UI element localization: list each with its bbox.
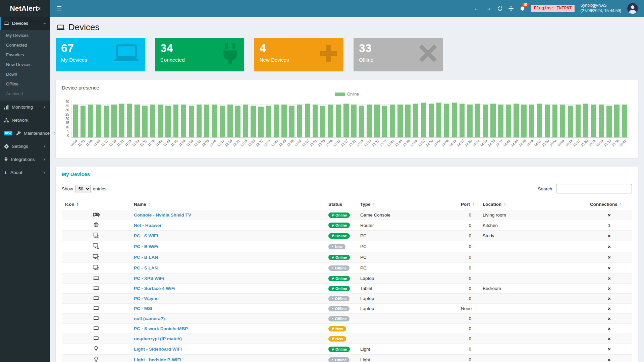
presence-bar: 13:05 [319,100,327,137]
sidebar-item-my-devices[interactable]: My Devices [0,31,50,40]
device-type: Laptop [357,304,458,314]
sidebar-item-about[interactable]: About [0,166,50,179]
x-tick-label: 12:32 [255,139,263,147]
sidebar-item-devices[interactable]: Devices [0,17,50,30]
plugins-status-chip[interactable]: Plugins: INTRNT [531,5,575,12]
connections-link[interactable]: 1 [608,223,611,228]
x-tick-label: 15:20 [580,139,588,147]
x-tick-label: 13:08 [325,139,333,147]
presence-bar: 13:08 [327,100,334,137]
device-name-link[interactable]: PC - S WiFi [134,233,158,238]
sidebar-item-network[interactable]: Network [0,114,50,127]
device-name-link[interactable]: PC - XPS WiFi [134,276,164,281]
sidebar-item-offline[interactable]: Offline [0,79,50,89]
column-header-type[interactable]: Type▲▼ [357,199,458,210]
column-header-name[interactable]: Name▲▼ [130,199,325,210]
avatar[interactable] [627,3,638,14]
column-header-status[interactable]: Status [325,199,357,210]
presence-bar: 13:21 [350,100,358,137]
chevron-left-icon [53,132,56,135]
laptop-icon [93,337,99,342]
back-icon[interactable]: ← [474,5,480,12]
x-tick-label: 14:53 [526,139,534,147]
sidebar-item-down[interactable]: Down [0,69,50,79]
notifications-count-badge: 15 [522,3,529,7]
x-tick-label: 11:08 [93,139,101,147]
device-name-link[interactable]: Light - Sideboard WiFi [134,347,182,352]
search-input[interactable] [556,184,632,193]
status-badge: Online [328,255,350,260]
table-row: PC - B LANOnlinePC0× [62,252,632,263]
presence-bar: 13:44 [396,100,404,137]
host-info: Synology-NAS (27/06/2024, 15:44:59) [581,3,621,13]
presence-bar: 11:12 [102,100,110,137]
infobox-new-devices[interactable]: 4 New Devices [254,38,343,71]
notifications-bell-icon[interactable]: 15 [520,6,525,11]
device-name-link[interactable]: PC - S LAN [134,265,158,270]
chart-legend[interactable]: Online [62,92,632,97]
presence-bar: 14:20 [466,100,474,137]
sidebar-item-maintenance[interactable]: NEW Maintenance [0,127,50,140]
sidebar-item-settings[interactable]: Settings [0,140,50,153]
device-name-link[interactable]: PC - S work Daniels-MBP [134,326,188,331]
device-name-link[interactable]: raspberrypi (IP match) [134,336,182,341]
x-tick-label: 12:45 [278,139,287,147]
sidebar-toggle-icon[interactable]: ☰ [52,5,66,12]
x-tick-label: 13:05 [317,139,325,147]
device-name-link[interactable]: PC - MSI [134,306,152,311]
x-tick-label: 12:16 [224,139,232,147]
move-icon[interactable] [508,6,514,11]
presence-bar: 15:00 [543,100,551,137]
x-tick-label: 13:28 [363,139,372,147]
table-row: Light - Sideboard WiFiOnlineLight0× [62,344,632,355]
infobox-connected[interactable]: 34 Connected [155,38,244,71]
x-tick-label: 13:57 [418,139,426,147]
x-tick-label: 11:21 [116,139,124,147]
device-location: Kitchen [479,220,587,231]
entries-label: entries [93,186,107,191]
sidebar-item-new-devices[interactable]: New Devices [0,60,50,69]
sidebar-item-integrations[interactable]: Integrations [0,153,50,166]
sidebar-item-favorites[interactable]: Favorites [0,50,50,60]
y-tick-label: 20 [62,117,69,121]
device-name-link[interactable]: PC - Surface 4 WiFi [134,286,175,291]
presence-bar: 15:13 [567,100,574,137]
device-port: 0 [458,274,479,284]
column-header-connections[interactable]: Connections▲▼ [587,199,632,210]
y-tick-label: 5 [62,129,69,133]
status-badge: ×Offline [328,357,350,362]
refresh-icon[interactable] [497,6,502,11]
x-tick-label: 14:08 [441,139,449,147]
entries-select[interactable]: 50 [75,185,91,193]
presence-bar: 11:21 [118,100,125,137]
presence-bar: 11:40 [157,100,164,137]
device-port: 0 [458,344,479,355]
device-name-link[interactable]: null (camera?) [134,316,165,321]
laptop-icon [93,296,99,301]
desktop-icon [93,234,99,239]
device-name-link[interactable]: PC - B LAN [134,255,158,260]
plug-icon [4,157,8,162]
forward-icon[interactable]: → [486,5,491,12]
device-name-link[interactable]: Net - Huawei [134,223,161,228]
column-header-icon[interactable]: Icon▲▼ [62,199,130,210]
y-tick-label: 0 [62,134,69,137]
presence-bar: 14:13 [450,100,458,137]
device-name-link[interactable]: Light - bedside B WiFi [134,357,181,362]
device-name-link[interactable]: PC - B WiFi [134,244,158,249]
app-logo[interactable]: NetAlertx [0,0,50,17]
device-name-link[interactable]: PC - Wayne [134,296,159,301]
x-tick-label: 14:17 [456,139,465,147]
sidebar-item-connected[interactable]: Connected [0,40,50,50]
x-tick-label: 13:17 [340,139,348,147]
infobox-offline[interactable]: 33 Offline [354,38,443,71]
device-name-link[interactable]: Console - Nvidia Shield TV [134,213,191,218]
laptop-icon [93,306,99,311]
presence-bar: 14:08 [443,100,450,137]
column-header-location[interactable]: Location▲▼ [479,199,587,210]
infobox-my-devices[interactable]: 67 My Devices [56,38,145,71]
sidebar-item-archived[interactable]: Archived [0,89,50,99]
x-tick-label: 13:21 [348,139,356,147]
sidebar-item-monitoring[interactable]: Monitoring [0,101,50,114]
column-header-port[interactable]: Port▲▼ [458,199,479,210]
